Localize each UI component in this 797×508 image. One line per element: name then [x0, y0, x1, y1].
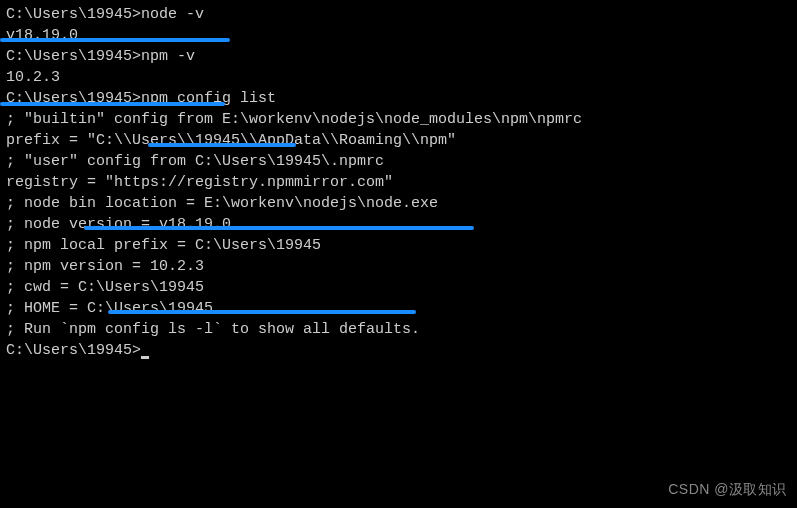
highlight-underline — [0, 102, 225, 106]
watermark-text: CSDN @汲取知识 — [668, 480, 787, 500]
cursor-icon — [141, 356, 149, 359]
highlight-underline — [108, 310, 416, 314]
output-line: ; HOME = C:\Users\19945 — [6, 298, 791, 319]
output-line: ; node version = v18.19.0 — [6, 214, 791, 235]
output-line: ; Run `npm config ls -l` to show all def… — [6, 319, 791, 340]
output-line: ; "user" config from C:\Users\19945\.npm… — [6, 151, 791, 172]
output-line: 10.2.3 — [6, 67, 791, 88]
output-line: v18.19.0 — [6, 25, 791, 46]
terminal-output[interactable]: C:\Users\19945>node -v v18.19.0 C:\Users… — [6, 4, 791, 361]
prompt-text: C:\Users\19945> — [6, 342, 141, 359]
output-line: ; node bin location = E:\workenv\nodejs\… — [6, 193, 791, 214]
output-line: ; npm local prefix = C:\Users\19945 — [6, 235, 791, 256]
command-line: C:\Users\19945>node -v — [6, 4, 791, 25]
output-line: registry = "https://registry.npmmirror.c… — [6, 172, 791, 193]
output-line: prefix = "C:\\Users\\19945\\AppData\\Roa… — [6, 130, 791, 151]
output-line: ; "builtin" config from E:\workenv\nodej… — [6, 109, 791, 130]
highlight-underline — [84, 226, 474, 230]
highlight-underline — [0, 38, 230, 42]
output-line: ; npm version = 10.2.3 — [6, 256, 791, 277]
command-line: C:\Users\19945>npm -v — [6, 46, 791, 67]
highlight-underline — [148, 143, 296, 147]
output-line: ; cwd = C:\Users\19945 — [6, 277, 791, 298]
prompt-line[interactable]: C:\Users\19945> — [6, 340, 791, 361]
